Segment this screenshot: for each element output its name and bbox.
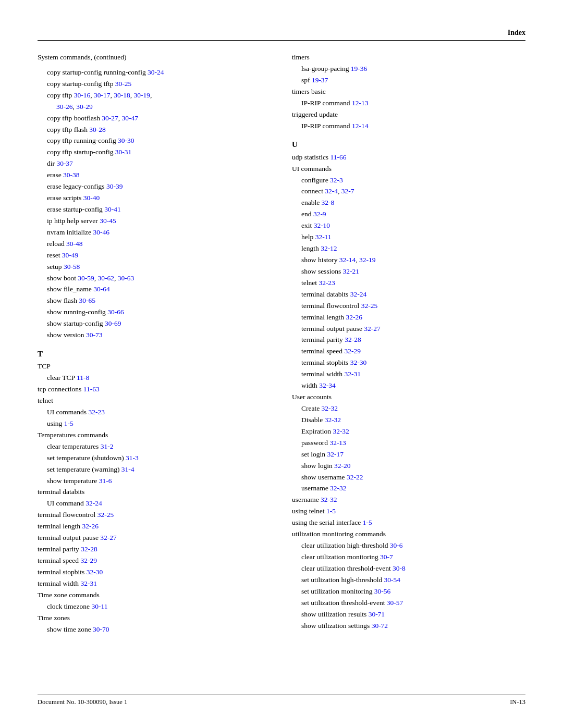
list-item: set temperature (warning) 31-4 <box>38 464 271 475</box>
list-item: show version 30-73 <box>38 330 271 341</box>
list-item: show utilization results 30-71 <box>292 609 525 620</box>
list-item: IP-RIP command 12-14 <box>292 121 525 132</box>
list-item: length 32-12 <box>292 243 525 254</box>
list-item: set utilization threshold-event 30-57 <box>292 598 525 609</box>
list-item: configure 32-3 <box>292 175 525 186</box>
list-item: UI commands 32-23 <box>38 407 271 418</box>
list-item: password 32-13 <box>292 438 525 449</box>
list-item: erase scripts 30-40 <box>38 193 271 204</box>
list-item: Create 32-32 <box>292 403 525 414</box>
list-item: terminal speed 32-29 <box>38 556 271 566</box>
list-item: spf 19-37 <box>292 75 525 86</box>
section-header-t: T <box>38 348 271 360</box>
page-header: Index <box>38 29 525 37</box>
header-rule <box>38 40 525 41</box>
list-item: terminal length 32-26 <box>38 521 271 532</box>
list-item: terminal length 32-26 <box>292 312 525 323</box>
list-item: erase startup-config 30-41 <box>38 204 271 215</box>
list-item: show startup-config 30-69 <box>38 318 271 329</box>
list-item: tcp connections 11-63 <box>38 384 271 395</box>
continued-label: System commands, (continued) <box>38 52 271 63</box>
list-item: show boot 30-59, 30-62, 30-63 <box>38 273 271 284</box>
list-item: terminal parity 32-28 <box>292 335 525 346</box>
list-item: IP-RIP command 12-13 <box>292 98 525 109</box>
list-item: show username 32-22 <box>292 472 525 483</box>
list-item: set utilization monitoring 30-56 <box>292 586 525 597</box>
right-column: timers lsa-group-pacing 19-36 spf 19-37 … <box>292 52 525 635</box>
list-item: terminal stopbits 32-30 <box>38 567 271 578</box>
list-item: reload 30-48 <box>38 239 271 250</box>
list-item: timers <box>292 52 525 63</box>
list-item: show sessions 32-21 <box>292 266 525 277</box>
list-item: show flash 30-65 <box>38 295 271 306</box>
list-item: show history 32-14, 32-19 <box>292 255 525 266</box>
index-content: System commands, (continued) copy startu… <box>38 52 525 635</box>
list-item: show temperature 31-6 <box>38 476 271 487</box>
list-item: Time zones <box>38 613 271 624</box>
list-item: Expiration 32-32 <box>292 426 525 437</box>
list-item: set temperature (shutdown) 31-3 <box>38 453 271 464</box>
list-item: exit 32-10 <box>292 220 525 231</box>
list-item: clear utilization monitoring 30-7 <box>292 552 525 563</box>
list-item: show time zone 30-70 <box>38 624 271 635</box>
list-item: clear utilization threshold-event 30-8 <box>292 563 525 574</box>
list-item: dir 30-37 <box>38 158 271 169</box>
list-item: end 32-9 <box>292 209 525 220</box>
footer-left: Document No. 10-300090, Issue 1 <box>38 698 127 706</box>
list-item: terminal speed 32-29 <box>292 346 525 357</box>
list-item: show utilization settings 30-72 <box>292 621 525 632</box>
list-item: lsa-group-pacing 19-36 <box>292 64 525 75</box>
section-header-u: U <box>292 139 525 151</box>
list-item: UI command 32-24 <box>38 498 271 509</box>
list-item: set utilization high-threshold 30-54 <box>292 575 525 586</box>
list-item: terminal width 32-31 <box>38 578 271 589</box>
left-column: System commands, (continued) copy startu… <box>38 52 271 635</box>
list-item: nvram initialize 30-46 <box>38 227 271 238</box>
list-item: show file_name 30-64 <box>38 284 271 295</box>
list-item: copy tftp bootflash 30-27, 30-47 <box>38 113 271 124</box>
list-item: clock timezone 30-11 <box>38 601 271 612</box>
list-item: udp statistics 11-66 <box>292 152 525 163</box>
footer-right: IN-13 <box>510 698 525 706</box>
list-item: erase 30-38 <box>38 170 271 181</box>
list-item: terminal stopbits 32-30 <box>292 357 525 368</box>
list-item: TCP <box>38 361 271 372</box>
list-item: User accounts <box>292 392 525 403</box>
list-item: username 32-32 <box>292 495 525 505</box>
list-item: Temperatures commands <box>38 430 271 441</box>
list-item: copy tftp running-config 30-30 <box>38 135 271 146</box>
list-item: erase legacy-configs 30-39 <box>38 181 271 192</box>
list-item: 30-26, 30-29 <box>38 102 271 113</box>
list-item: reset 30-49 <box>38 250 271 261</box>
list-item: copy tftp 30-16, 30-17, 30-18, 30-19, <box>38 90 271 101</box>
list-item: telnet 32-23 <box>292 278 525 289</box>
list-item: terminal output pause 32-27 <box>292 324 525 335</box>
list-item: connect 32-4, 32-7 <box>292 186 525 197</box>
list-item: using telnet 1-5 <box>292 506 525 517</box>
list-item: clear utilization high-threshold 30-6 <box>292 540 525 551</box>
list-item: set login 32-17 <box>292 449 525 460</box>
page-title: Index <box>508 29 525 37</box>
list-item: using the serial interface 1-5 <box>292 517 525 528</box>
list-item: terminal width 32-31 <box>292 369 525 380</box>
list-item: terminal flowcontrol 32-25 <box>292 301 525 312</box>
list-item: telnet <box>38 396 271 406</box>
list-item: clear temperatures 31-2 <box>38 441 271 452</box>
list-item: show running-config 30-66 <box>38 307 271 318</box>
list-item: triggered update <box>292 109 525 120</box>
list-item: help 32-11 <box>292 232 525 243</box>
list-item: username 32-32 <box>292 483 525 494</box>
list-item: terminal databits 32-24 <box>292 289 525 300</box>
list-item: terminal output pause 32-27 <box>38 533 271 544</box>
list-item: using 1-5 <box>38 418 271 429</box>
list-item: show login 32-20 <box>292 461 525 472</box>
list-item: terminal flowcontrol 32-25 <box>38 510 271 521</box>
list-item: width 32-34 <box>292 380 525 391</box>
list-item: copy startup-config running-config 30-24 <box>38 67 271 78</box>
list-item: Disable 32-32 <box>292 415 525 426</box>
list-item: UI commands <box>292 164 525 175</box>
list-item: Time zone commands <box>38 590 271 601</box>
list-item: setup 30-58 <box>38 262 271 273</box>
page-footer: Document No. 10-300090, Issue 1 IN-13 <box>38 695 525 706</box>
list-item: copy startup-config tftp 30-25 <box>38 79 271 90</box>
